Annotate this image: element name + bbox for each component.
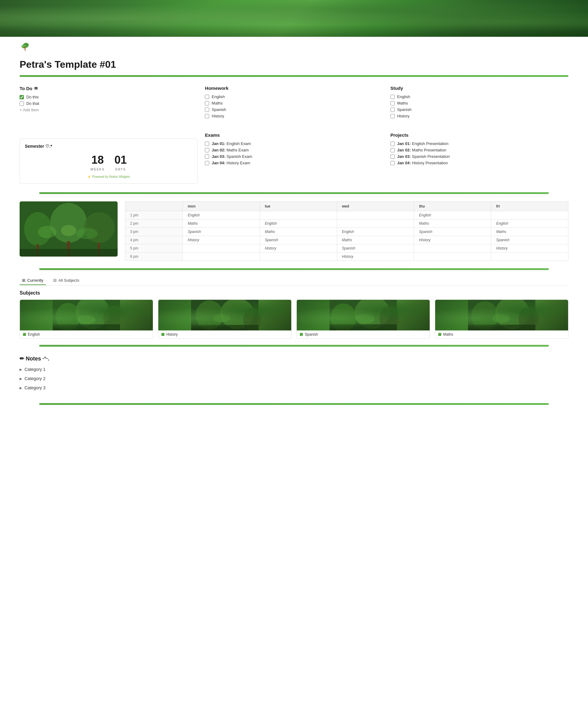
- cell-2pm-mon: Maths: [183, 219, 260, 228]
- study-label-2: Spanish: [397, 107, 412, 112]
- study-item-0[interactable]: English: [390, 95, 568, 99]
- projects-title: Projects: [390, 132, 568, 138]
- svg-point-36: [519, 307, 539, 331]
- cell-3pm-thu: Spanish: [414, 228, 491, 236]
- subject-card-history[interactable]: History: [158, 299, 291, 339]
- semester-section: Semester ♡.* 18 WEEKS 01 DAYS ⚡ Powered …: [20, 132, 198, 184]
- study-checkbox-2[interactable]: [390, 108, 395, 112]
- exam-checkbox-1[interactable]: [205, 148, 209, 152]
- weeks-number: 18: [91, 154, 105, 166]
- projects-section: Projects Jan 01: English Presentation Ja…: [390, 132, 568, 184]
- add-item-button[interactable]: + Add Item: [20, 108, 198, 112]
- hw-item-3[interactable]: History: [205, 114, 383, 118]
- svg-point-32: [355, 314, 374, 324]
- tab-all-subjects[interactable]: ⊟ All Subjects: [51, 276, 82, 285]
- subject-card-english[interactable]: English: [20, 299, 153, 339]
- subjects-title: Subjects: [20, 290, 568, 296]
- proj-checkbox-2[interactable]: [390, 155, 395, 159]
- cell-6pm-thu: [414, 253, 491, 261]
- study-checkbox-3[interactable]: [390, 114, 395, 118]
- proj-item-2[interactable]: Jan 03: Spanish Presentation: [390, 154, 568, 159]
- cell-1pm-mon: English: [183, 211, 260, 219]
- exam-label-1: Jan 02: Maths Exam: [212, 148, 249, 152]
- exam-checkbox-2[interactable]: [205, 155, 209, 159]
- proj-checkbox-3[interactable]: [390, 161, 395, 165]
- subject-image-maths: [435, 300, 568, 331]
- cell-3pm-mon: Spanish: [183, 228, 260, 236]
- todo-emoji: ≋: [34, 85, 38, 91]
- todo-item-1[interactable]: Do that: [20, 101, 198, 106]
- hw-checkbox-0[interactable]: [205, 95, 209, 99]
- bottom-spacer: [20, 408, 568, 420]
- subject-card-maths[interactable]: Maths: [435, 299, 568, 339]
- hw-checkbox-2[interactable]: [205, 108, 209, 112]
- time-5pm: 5 pm: [125, 244, 183, 253]
- svg-point-34: [471, 301, 498, 330]
- svg-point-22: [196, 300, 223, 330]
- todo-checkbox-1[interactable]: [20, 102, 24, 106]
- notes-title: ✏ Notes ·°·.: [20, 355, 568, 362]
- hw-checkbox-1[interactable]: [205, 101, 209, 105]
- study-checkbox-1[interactable]: [390, 101, 395, 105]
- timetable-header-wed: wed: [337, 202, 414, 211]
- todo-item-0[interactable]: Do this: [20, 95, 198, 99]
- study-item-1[interactable]: Maths: [390, 101, 568, 105]
- proj-label-0: Jan 01: English Presentation: [397, 141, 449, 146]
- exam-item-3[interactable]: Jan 04: History Exam: [205, 161, 383, 165]
- top-grid: To Do ≋ Do this Do that + Add Item Homew…: [20, 79, 568, 126]
- svg-point-38: [492, 314, 510, 323]
- page-title-area: Petra's Template #01: [0, 55, 588, 73]
- category-item-3[interactable]: Category 3: [20, 385, 568, 390]
- proj-item-0[interactable]: Jan 01: English Presentation: [390, 141, 568, 146]
- svg-point-17: [76, 300, 109, 329]
- svg-point-16: [56, 303, 80, 331]
- exam-checkbox-0[interactable]: [205, 141, 209, 146]
- category-item-2[interactable]: Category 2: [20, 376, 568, 381]
- time-3pm: 3 pm: [125, 228, 183, 236]
- homework-title: Homework: [205, 85, 383, 91]
- study-section: Study English Maths Spanish History: [390, 85, 568, 120]
- svg-rect-33: [468, 300, 535, 331]
- study-item-2[interactable]: Spanish: [390, 107, 568, 112]
- exam-item-0[interactable]: Jan 01: English Exam: [205, 141, 383, 146]
- study-checkbox-0[interactable]: [390, 95, 395, 99]
- proj-checkbox-0[interactable]: [390, 141, 395, 146]
- proj-item-1[interactable]: Jan 02: Maths Presentation: [390, 148, 568, 152]
- svg-rect-15: [53, 300, 120, 331]
- cell-5pm-wed: Spanish: [337, 244, 414, 253]
- hw-checkbox-3[interactable]: [205, 114, 209, 118]
- cell-1pm-wed: [337, 211, 414, 219]
- exam-checkbox-3[interactable]: [205, 161, 209, 165]
- category-label-3: Category 3: [25, 385, 45, 390]
- timetable-header-fri: fri: [491, 202, 568, 211]
- tab-currently[interactable]: ⊞ Currently: [20, 276, 46, 285]
- exam-item-1[interactable]: Jan 02: Maths Exam: [205, 148, 383, 152]
- proj-checkbox-1[interactable]: [390, 148, 395, 152]
- bottom-divider: [39, 403, 549, 405]
- category-item-1[interactable]: Category 1: [20, 367, 568, 372]
- cell-3pm-fri: Maths: [491, 228, 568, 236]
- exam-item-2[interactable]: Jan 03: Spanish Exam: [205, 154, 383, 159]
- hw-item-1[interactable]: Maths: [205, 101, 383, 105]
- svg-point-14: [76, 228, 98, 239]
- cell-1pm-thu: English: [414, 211, 491, 219]
- all-subjects-icon: ⊟: [53, 278, 57, 283]
- subject-label-history: History: [158, 331, 291, 338]
- hw-label-2: Spanish: [212, 107, 226, 112]
- cell-1pm-tue: [260, 211, 337, 219]
- category-label-1: Category 1: [25, 367, 45, 372]
- logo-area: [0, 37, 588, 55]
- cell-4pm-thu: History: [414, 236, 491, 244]
- weeks-counter: 18 WEEKS: [91, 154, 105, 172]
- cell-4pm-fri: Spanish: [491, 236, 568, 244]
- subject-card-spanish[interactable]: Spanish: [297, 299, 430, 339]
- bottom-top-grid: Semester ♡.* 18 WEEKS 01 DAYS ⚡ Powered …: [20, 126, 568, 190]
- hw-item-2[interactable]: Spanish: [205, 107, 383, 112]
- cell-5pm-tue: History: [260, 244, 337, 253]
- hw-item-0[interactable]: English: [205, 95, 383, 99]
- time-6pm: 6 pm: [125, 253, 183, 261]
- todo-checkbox-0[interactable]: [20, 95, 24, 99]
- study-item-3[interactable]: History: [390, 114, 568, 118]
- semester-counter: 18 WEEKS 01 DAYS: [25, 154, 192, 172]
- proj-item-3[interactable]: Jan 04: History Presentation: [390, 161, 568, 165]
